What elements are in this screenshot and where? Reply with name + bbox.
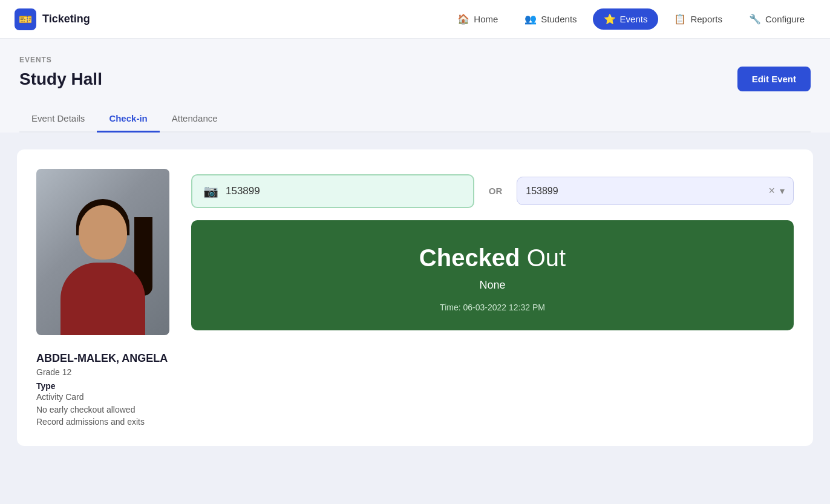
student-photo <box>36 169 169 335</box>
page-header: Study Hall Edit Event <box>19 67 811 91</box>
student-type-value: Activity Card <box>36 392 84 402</box>
checked-out-time: Time: 06-03-2022 12:32 PM <box>206 303 779 312</box>
nav-items: 🏠 Home 👥 Students ⭐ Events 📋 Reports 🔧 C… <box>446 8 815 30</box>
portrait-body <box>60 263 145 335</box>
student-select-wrap[interactable]: 153899 × ▾ <box>517 177 794 205</box>
page-title: Study Hall <box>19 70 102 89</box>
main-panel: 📷 OR 153899 × ▾ Checked Out <box>0 133 830 504</box>
configure-icon: 🔧 <box>749 13 761 25</box>
edit-event-button[interactable]: Edit Event <box>737 67 811 91</box>
tab-event-details[interactable]: Event Details <box>19 106 97 133</box>
app-title: Ticketing <box>42 13 90 25</box>
chevron-down-icon: ▾ <box>780 185 785 197</box>
portrait-head <box>79 205 127 260</box>
checkin-card: 📷 OR 153899 × ▾ Checked Out <box>17 149 813 446</box>
checked-out-banner: Checked Out None Time: 06-03-2022 12:32 … <box>191 220 794 330</box>
breadcrumb: EVENTS <box>19 56 811 64</box>
scan-input-wrap: 📷 <box>191 174 474 208</box>
checkin-inputs: 📷 OR 153899 × ▾ Checked Out <box>191 174 794 330</box>
or-label: OR <box>489 186 503 196</box>
checked-out-title: Checked Out <box>206 244 779 272</box>
nav-students[interactable]: 👥 Students <box>514 8 587 30</box>
tab-check-in[interactable]: Check-in <box>97 106 159 133</box>
tab-attendance[interactable]: Attendance <box>160 106 230 133</box>
app-logo: 🎫 <box>15 8 36 30</box>
student-info: ABDEL-MALEK, ANGELA Grade 12 Type Activi… <box>36 352 794 427</box>
events-icon: ⭐ <box>604 13 616 25</box>
student-note-2: Record admissions and exits <box>36 417 794 427</box>
home-icon: 🏠 <box>457 13 469 25</box>
scan-row: 📷 OR 153899 × ▾ <box>191 174 794 208</box>
tabs: Event Details Check-in Attendance <box>19 106 811 133</box>
scan-input[interactable] <box>226 185 462 197</box>
nav-reports[interactable]: 📋 Reports <box>663 8 733 30</box>
select-value: 153899 <box>526 186 763 197</box>
out-label: Out <box>527 244 566 271</box>
navbar: 🎫 Ticketing 🏠 Home 👥 Students ⭐ Events 📋… <box>0 0 830 39</box>
nav-events[interactable]: ⭐ Events <box>593 8 659 30</box>
page-content: EVENTS Study Hall Edit Event Event Detai… <box>0 39 830 133</box>
select-clear-button[interactable]: × <box>768 185 775 197</box>
nav-configure[interactable]: 🔧 Configure <box>738 8 815 30</box>
nav-home[interactable]: 🏠 Home <box>446 8 509 30</box>
checkin-top: 📷 OR 153899 × ▾ Checked Out <box>36 169 794 335</box>
students-icon: 👥 <box>524 13 537 25</box>
student-type: Type Activity Card <box>36 381 794 402</box>
camera-icon: 📷 <box>203 184 218 198</box>
brand: 🎫 Ticketing <box>15 8 90 30</box>
student-grade: Grade 12 <box>36 367 794 377</box>
reports-icon: 📋 <box>674 13 686 25</box>
student-type-label: Type <box>36 381 56 391</box>
checked-out-sub: None <box>206 279 779 292</box>
student-note-1: No early checkout allowed <box>36 405 794 414</box>
student-name: ABDEL-MALEK, ANGELA <box>36 352 794 365</box>
